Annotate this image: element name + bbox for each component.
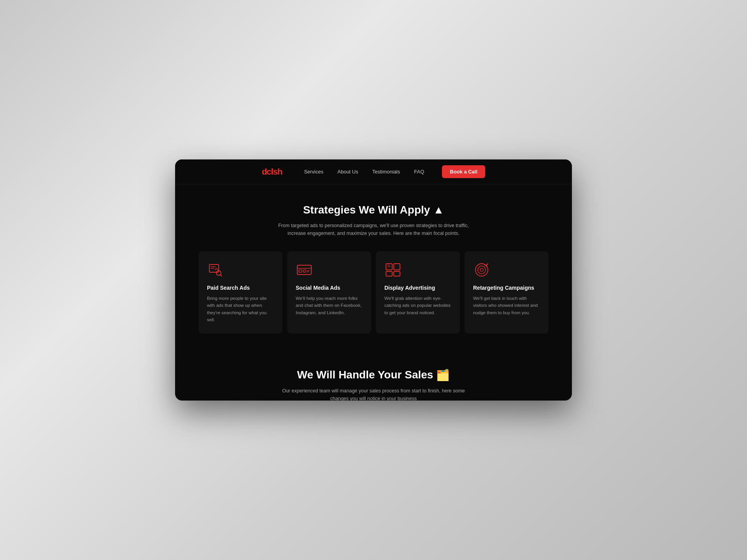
card-social-media: Social Media Ads We'll help you reach mo…	[287, 251, 371, 334]
social-media-icon	[296, 261, 313, 278]
sales-title: We Will Handle Your Sales 🗂️	[198, 369, 549, 382]
card-display: Display Advertising We'll grab attention…	[376, 251, 460, 334]
main-content: Strategies We Will Apply ▲ From targeted…	[175, 184, 572, 401]
card-retargeting-desc: We'll get back in touch with visitors wh…	[473, 295, 540, 316]
svg-rect-7	[299, 270, 302, 272]
card-social-desc: We'll help you reach more folks and chat…	[296, 295, 363, 316]
card-display-desc: We'll grab attention with eye-catching a…	[384, 295, 451, 316]
display-advertising-icon	[384, 261, 402, 278]
svg-point-18	[478, 266, 486, 274]
book-call-button[interactable]: Book a Call	[442, 165, 485, 178]
nav-link-services[interactable]: Services	[304, 169, 323, 175]
strategies-emoji: ▲	[433, 204, 444, 216]
sales-section: We Will Handle Your Sales 🗂️ Our experie…	[175, 349, 572, 401]
logo: dclsh	[262, 167, 282, 177]
retargeting-icon	[473, 261, 490, 278]
card-paid-search: Paid Search Ads Bring more people to you…	[198, 251, 282, 334]
strategies-title: Strategies We Will Apply ▲	[198, 204, 549, 216]
paid-search-icon	[207, 261, 224, 278]
svg-line-4	[220, 275, 222, 276]
svg-rect-13	[386, 271, 392, 276]
strategies-subtitle: From targeted ads to personalized campai…	[272, 222, 475, 237]
svg-rect-12	[394, 264, 400, 270]
sales-subtitle: Our experienced team will manage your sa…	[272, 387, 475, 401]
nav-link-testimonials[interactable]: Testimonials	[372, 169, 400, 175]
card-retargeting-title: Retargeting Campaigns	[473, 285, 540, 291]
navbar: dclsh Services About Us Testimonials FAQ…	[175, 159, 572, 184]
browser-window: dclsh Services About Us Testimonials FAQ…	[175, 159, 572, 401]
nav-link-faq[interactable]: FAQ	[414, 169, 424, 175]
svg-rect-8	[303, 270, 306, 272]
card-paid-search-title: Paid Search Ads	[207, 285, 274, 291]
svg-rect-14	[394, 271, 400, 276]
strategies-section: Strategies We Will Apply ▲ From targeted…	[175, 184, 572, 349]
card-display-title: Display Advertising	[384, 285, 451, 291]
service-cards-grid: Paid Search Ads Bring more people to you…	[198, 251, 549, 334]
sales-emoji: 🗂️	[436, 369, 450, 382]
card-paid-search-desc: Bring more people to your site with ads …	[207, 295, 274, 324]
card-retargeting: Retargeting Campaigns We'll get back in …	[465, 251, 549, 334]
svg-point-19	[480, 268, 483, 271]
card-social-title: Social Media Ads	[296, 285, 363, 291]
decorative-rose	[183, 389, 230, 401]
nav-link-about[interactable]: About Us	[337, 169, 358, 175]
